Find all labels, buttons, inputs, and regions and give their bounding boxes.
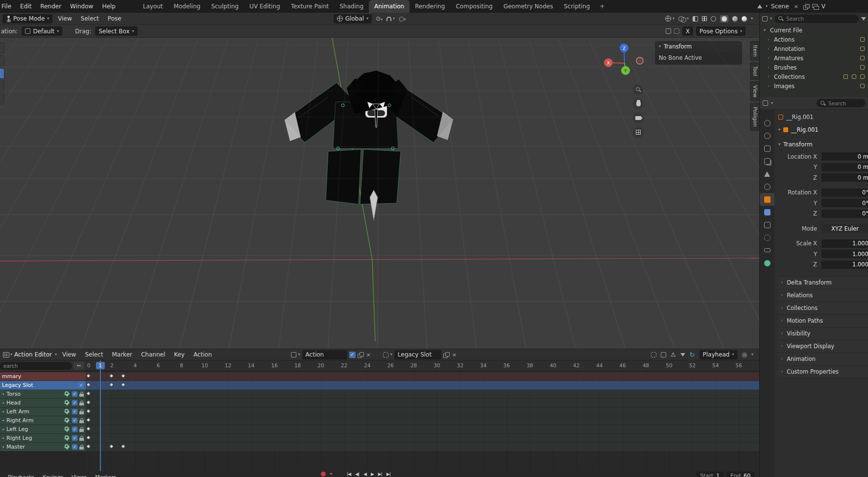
timeline-menu-view[interactable]: View ▾ xyxy=(68,474,90,477)
keyframe[interactable] xyxy=(86,374,91,379)
channel-enable-checkbox[interactable]: ✓ xyxy=(72,391,77,397)
properties-tab-tool[interactable] xyxy=(760,117,774,129)
viewport-menu-view[interactable]: View xyxy=(53,15,76,22)
section-animation[interactable]: ›Animation xyxy=(778,353,868,365)
collection-extra-icon[interactable] xyxy=(852,74,856,79)
channel-enable-checkbox[interactable]: ✓ xyxy=(72,409,77,414)
field-scale-x[interactable]: 1.000 xyxy=(821,239,868,248)
lane-row-torso[interactable] xyxy=(86,390,759,399)
outliner-filter-icon[interactable] xyxy=(861,17,866,21)
channel-right-leg[interactable]: •Right Leg✓ xyxy=(0,434,86,443)
scene-browse-caret[interactable]: ▾ xyxy=(766,4,768,8)
keyframe[interactable] xyxy=(86,444,91,449)
brushes-type-icon[interactable] xyxy=(860,65,865,70)
pose-options-dropdown[interactable]: Pose Options ▾ xyxy=(696,26,746,36)
show-overlays-toggle[interactable]: ▾ xyxy=(678,16,689,22)
mirror-x-button[interactable]: X xyxy=(682,26,693,36)
viewport-menu-select[interactable]: Select xyxy=(76,15,103,22)
lock-icon[interactable] xyxy=(79,420,84,423)
outliner-item-collections[interactable]: ›Collections xyxy=(760,72,868,81)
outliner-search-input[interactable]: Search xyxy=(774,15,859,23)
header-overflow-caret[interactable]: ▾ xyxy=(751,353,753,357)
snap-toggle[interactable]: ▾ xyxy=(386,17,395,21)
tool-button[interactable] xyxy=(0,55,4,66)
slot-name-field[interactable]: Legacy Slot xyxy=(394,350,441,359)
field-z[interactable]: 0° xyxy=(821,210,868,218)
frame-end-field[interactable]: End 60 xyxy=(726,472,754,477)
channel-head[interactable]: •Head✓ xyxy=(0,399,86,407)
shading-options-caret[interactable]: ▾ xyxy=(751,17,753,21)
properties-tab-modifiers[interactable] xyxy=(760,206,774,218)
fcurve-icon[interactable] xyxy=(65,400,71,406)
lane-row-right-arm[interactable] xyxy=(86,416,759,425)
shading-wireframe-icon[interactable] xyxy=(711,16,716,22)
outliner-item-armatures[interactable]: ›Armatures xyxy=(760,53,868,63)
timeline-menu-marker[interactable]: Marker ▾ xyxy=(91,474,120,477)
section-viewport-display[interactable]: ›Viewport Display xyxy=(778,340,868,353)
channel-legacy-slot[interactable]: Legacy Slot✓ xyxy=(0,381,86,390)
section-visibility[interactable]: ›Visibility xyxy=(778,327,868,340)
lock-icon[interactable] xyxy=(79,429,84,432)
channel-left-leg[interactable]: •Left Leg✓ xyxy=(0,425,86,434)
unlink-slot-button[interactable]: × xyxy=(451,352,458,358)
current-frame-indicator[interactable]: 1 xyxy=(96,362,105,369)
browse-action-icon[interactable] xyxy=(291,352,296,358)
workspace-tab-rendering[interactable]: Rendering xyxy=(410,0,450,13)
workspace-tab-geometry-nodes[interactable]: Geometry Nodes xyxy=(498,0,558,13)
section-collections[interactable]: ›Collections xyxy=(778,302,868,314)
keyframe[interactable] xyxy=(86,409,91,414)
menu-window[interactable]: Window xyxy=(66,0,97,13)
ortho-toggle-button[interactable] xyxy=(633,127,644,138)
collection-extra-icon[interactable] xyxy=(860,74,865,79)
workspace-tab-uv-editing[interactable]: UV Editing xyxy=(244,0,286,13)
new-action-icon[interactable] xyxy=(358,352,363,358)
pivot-point-icon[interactable]: ⊙▾ xyxy=(376,15,383,22)
fcurve-icon[interactable] xyxy=(65,409,71,415)
dope-menu-channel[interactable]: Channel xyxy=(137,351,169,358)
section-delta-transform[interactable]: ›Delta Transform xyxy=(778,276,868,289)
zoom-button[interactable] xyxy=(633,84,644,95)
properties-tab-view-layer[interactable] xyxy=(760,155,774,167)
character-model[interactable] xyxy=(265,59,490,235)
sidebar-tab-poliigon[interactable]: Poliigon xyxy=(750,103,759,131)
keyframe-lane[interactable]: 0246810121416182022242628303234363840424… xyxy=(86,360,759,471)
lock-icon[interactable] xyxy=(79,394,84,397)
properties-tab-render[interactable] xyxy=(760,129,774,142)
workspace-tab-compositing[interactable]: Compositing xyxy=(450,0,498,13)
images-type-icon[interactable] xyxy=(860,84,865,88)
new-scene-icon[interactable] xyxy=(803,4,809,9)
show-gizmos-toggle[interactable]: ▾ xyxy=(665,16,675,22)
filter-icon[interactable] xyxy=(680,353,685,357)
properties-tab-output[interactable] xyxy=(760,142,774,155)
editor-type-caret[interactable]: ▾ xyxy=(10,353,12,357)
dope-menu-marker[interactable]: Marker xyxy=(107,351,136,358)
keyframe[interactable] xyxy=(86,382,91,387)
navigation-gizmo[interactable]: Z X Y xyxy=(603,41,648,86)
tool-button[interactable] xyxy=(0,43,4,53)
center-playhead-icon[interactable]: ◎ xyxy=(742,351,747,358)
duplicate-slot-icon[interactable] xyxy=(443,352,449,358)
channel-mmary[interactable]: mmary xyxy=(0,372,86,381)
field-y[interactable]: 1.000 xyxy=(821,250,868,258)
channel-enable-checkbox[interactable]: ✓ xyxy=(78,382,84,388)
next-keyframe-button[interactable]: ▶| xyxy=(378,472,382,477)
workspace-tab-texture-paint[interactable]: Texture Paint xyxy=(286,0,334,13)
transform-section-header[interactable]: ▾ Transform xyxy=(778,141,868,148)
mirror-x-icon[interactable] xyxy=(666,28,671,34)
slot-caret[interactable]: ▾ xyxy=(390,353,392,357)
channel-search-input[interactable]: earch xyxy=(0,362,72,370)
workspace-tab-layout[interactable]: Layout xyxy=(138,0,169,13)
sidebar-tab-view[interactable]: View xyxy=(750,81,759,101)
mode-selector[interactable]: Pose Mode ▾ xyxy=(2,14,52,24)
properties-tab-physics[interactable] xyxy=(760,231,774,244)
fcurve-icon[interactable] xyxy=(65,444,71,450)
channel-enable-checkbox[interactable]: ✓ xyxy=(72,400,77,405)
fcurve-icon[interactable] xyxy=(65,427,71,432)
channel-left-arm[interactable]: •Left Arm✓ xyxy=(0,407,86,416)
active-tool-button[interactable] xyxy=(0,68,4,79)
collections-type-icon[interactable] xyxy=(844,74,848,79)
slot-icon[interactable] xyxy=(383,352,388,358)
field-y[interactable]: 0 m xyxy=(821,163,868,171)
timeline-menu-playback[interactable]: Playback ▾ xyxy=(4,474,38,477)
properties-search-input[interactable]: Search xyxy=(817,99,866,107)
